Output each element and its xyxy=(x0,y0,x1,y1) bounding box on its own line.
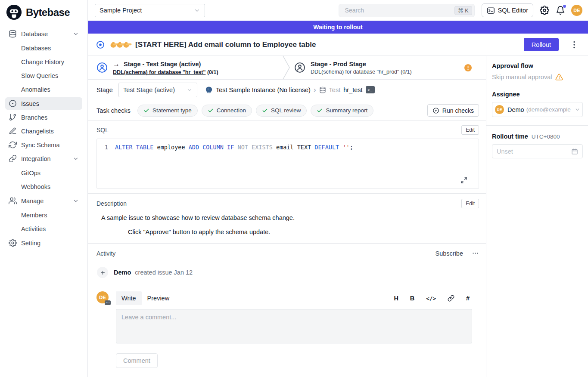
sql-edit-button[interactable]: Edit xyxy=(461,125,479,135)
users-icon xyxy=(9,197,17,205)
comment-avatar: DE ⋯ xyxy=(96,291,109,303)
hash-reference-button[interactable]: # xyxy=(466,295,470,302)
stage-selector-bar: Stage Test Stage (active) Test Sample In… xyxy=(88,80,486,100)
brand-name: Bytebase xyxy=(26,6,70,19)
sidebar-item-activities[interactable]: Activities xyxy=(5,223,82,235)
comment-tabs: Write Preview H B </> # xyxy=(116,291,472,305)
comment-submit-button[interactable]: Comment xyxy=(116,353,158,368)
instance-name[interactable]: Test Sample Instance (No license) xyxy=(216,87,311,93)
notifications-bell-icon[interactable] xyxy=(556,6,565,15)
search-shortcut-badge: ⌘ K xyxy=(454,6,472,15)
open-sql-editor-badge[interactable]: >_ xyxy=(366,86,375,93)
chevron-down-icon xyxy=(187,87,193,93)
assignee-avatar: DE xyxy=(495,105,504,114)
check-pill-label: Connection xyxy=(217,107,246,114)
stage-card-test[interactable]: → Stage - Test Stage (active) DDL(schema… xyxy=(88,56,283,79)
approval-flow-value: Skip manual approval xyxy=(492,74,552,80)
sql-token: NOT EXISTS xyxy=(238,144,273,151)
rollout-timezone: UTC+0800 xyxy=(532,133,560,140)
stage-task: DDL(schema) for database "hr_test" xyxy=(113,69,205,75)
description-section: Description Edit A sample issue to showc… xyxy=(88,193,486,243)
assignee-name: Demo xyxy=(507,106,524,113)
subscribe-button[interactable]: Subscribe xyxy=(436,250,463,257)
sidebar-item-branches[interactable]: Branches xyxy=(5,111,82,124)
settings-gear-icon[interactable] xyxy=(540,6,549,15)
brand-logo[interactable]: Bytebase xyxy=(5,3,82,26)
database-name[interactable]: hr_test xyxy=(343,87,362,93)
stage-label: Stage xyxy=(96,87,113,93)
check-pill-statement-type[interactable]: Statement type xyxy=(137,105,198,117)
bold-format-button[interactable]: B xyxy=(410,295,414,302)
sidebar-item-anomalies[interactable]: Anomalies xyxy=(5,83,82,95)
speech-bubble-badge-icon: ⋯ xyxy=(105,300,111,305)
stage-card-prod[interactable]: Stage - Prod Stage DDL(schema) for datab… xyxy=(290,56,486,79)
sql-token: employee xyxy=(153,144,188,151)
sidebar-item-issues[interactable]: Issues xyxy=(5,97,82,110)
sql-token: ADD COLUMN IF xyxy=(189,144,234,151)
run-checks-button[interactable]: Run checks xyxy=(427,104,479,117)
sidebar-item-databases[interactable]: Databases xyxy=(5,42,82,54)
sidebar-item-gitops[interactable]: GitOps xyxy=(5,167,82,179)
issue-open-status-icon xyxy=(96,40,105,49)
database-icon xyxy=(319,87,326,93)
check-pill-connection[interactable]: Connection xyxy=(202,105,252,117)
sidebar-item-change-history[interactable]: Change History xyxy=(5,56,82,68)
sidebar-item-database[interactable]: Database xyxy=(5,28,82,40)
sidebar-item-integration[interactable]: Integration xyxy=(5,152,82,165)
changelist-pencil-icon xyxy=(9,127,17,135)
search-box[interactable]: ⌘ K xyxy=(339,4,475,17)
heading-format-button[interactable]: H xyxy=(394,295,398,302)
person-circle-icon xyxy=(96,62,108,73)
project-selector[interactable]: Sample Project xyxy=(95,4,205,17)
check-pill-sql-review[interactable]: SQL review xyxy=(256,105,307,117)
sidebar-item-webhooks[interactable]: Webhooks xyxy=(5,181,82,192)
panel-divider xyxy=(486,125,588,126)
description-label: Description xyxy=(96,200,127,207)
terminal-icon xyxy=(487,6,495,15)
assignee-dropdown[interactable]: DE Demo (demo@example xyxy=(492,102,583,117)
task-checks-label: Task checks xyxy=(96,107,131,114)
sidebar-item-members[interactable]: Members xyxy=(5,209,82,221)
code-format-button[interactable]: </> xyxy=(426,295,436,302)
kebab-menu-icon[interactable] xyxy=(569,40,579,50)
link-format-icon[interactable] xyxy=(448,295,454,302)
comment-input[interactable] xyxy=(116,309,472,343)
stage-select-value: Test Stage (active) xyxy=(123,87,175,93)
check-pill-label: SQL review xyxy=(271,107,301,114)
sql-label: SQL xyxy=(96,127,109,133)
search-input[interactable] xyxy=(344,6,455,14)
sidebar-item-setting[interactable]: Setting xyxy=(5,237,82,249)
rollout-time-picker[interactable]: Unset xyxy=(492,144,583,158)
warning-circle-icon xyxy=(464,64,472,72)
user-avatar[interactable]: DE xyxy=(571,5,582,16)
sql-editor-button[interactable]: SQL Editor xyxy=(482,3,533,17)
expand-fullscreen-icon[interactable] xyxy=(460,177,467,184)
comment-editor: DE ⋯ Write Preview H B </> xyxy=(96,291,479,368)
link-icon xyxy=(9,155,17,163)
environment-name: Test xyxy=(329,87,341,93)
tab-preview[interactable]: Preview xyxy=(142,291,175,305)
sidebar-item-slow-queries[interactable]: Slow Queries xyxy=(5,70,82,81)
check-icon xyxy=(143,108,149,114)
activity-label: Activity xyxy=(96,250,115,257)
stage-select-dropdown[interactable]: Test Stage (active) xyxy=(118,83,197,97)
description-edit-button[interactable]: Edit xyxy=(461,199,479,208)
status-banner: Waiting to rollout xyxy=(88,21,588,34)
sidebar-item-manage[interactable]: Manage xyxy=(5,195,82,207)
bytebase-logo-icon xyxy=(6,4,22,20)
description-paragraph: Click "Approve" button to apply the sche… xyxy=(128,229,479,235)
sql-editor[interactable]: 1 ALTER TABLE employee ADD COLUMN IF NOT… xyxy=(96,139,479,189)
chevron-down-icon xyxy=(194,7,200,14)
gear-icon xyxy=(9,239,17,247)
sidebar-item-changelists[interactable]: Changelists xyxy=(5,125,82,137)
sql-code-line: 1 ALTER TABLE employee ADD COLUMN IF NOT… xyxy=(97,144,479,151)
chevron-down-icon xyxy=(575,107,580,112)
rollout-time-label: Rollout time xyxy=(492,133,528,140)
main-column: Sample Project ⌘ K SQL Editor DE xyxy=(88,0,588,377)
sidebar-item-sync-schema[interactable]: Sync Schema xyxy=(5,139,82,151)
sidebar-item-label: Manage xyxy=(21,198,44,204)
tab-write[interactable]: Write xyxy=(116,291,142,305)
rollout-button[interactable]: Rollout xyxy=(524,38,559,51)
ellipsis-menu-icon[interactable] xyxy=(472,250,479,257)
check-pill-summary-report[interactable]: Summary report xyxy=(311,105,373,117)
